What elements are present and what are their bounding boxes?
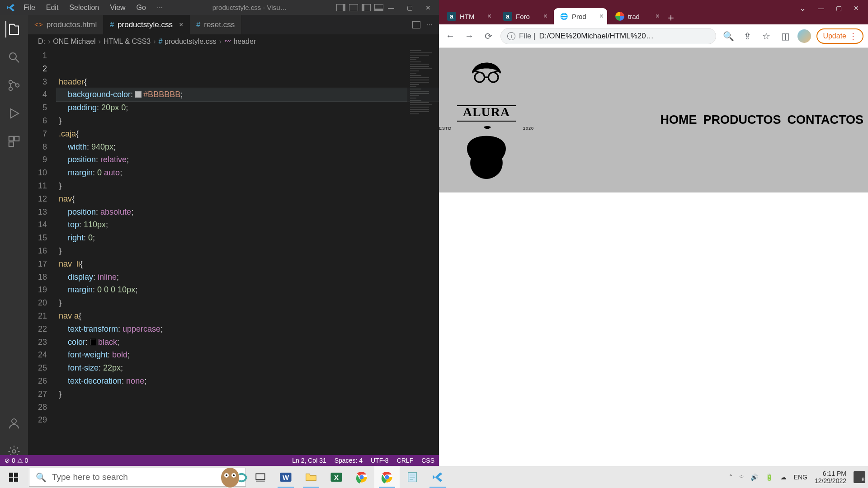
run-debug-icon[interactable] [6, 105, 22, 122]
vscode-icon[interactable] [425, 466, 450, 488]
extensions-icon[interactable] [6, 133, 22, 150]
start-button[interactable] [0, 466, 27, 488]
svg-point-7 [12, 419, 16, 423]
editor-tab[interactable]: <>productos.html [28, 15, 104, 34]
browser-tab[interactable]: aForo× [498, 8, 551, 24]
menu-item[interactable]: File [24, 4, 35, 12]
clock[interactable]: 6:11 PM 12/29/2022 [815, 470, 846, 484]
status-item[interactable]: Spaces: 4 [335, 457, 363, 464]
source-control-icon[interactable] [6, 77, 22, 94]
layout-icon[interactable] [362, 4, 371, 11]
minimap[interactable] [407, 48, 439, 466]
breadcrumb-item[interactable]: ONE Michael [53, 38, 95, 46]
minimize-icon[interactable]: — [388, 4, 394, 11]
svg-rect-6 [9, 142, 14, 146]
new-tab-button[interactable]: ＋ [663, 11, 679, 24]
share-icon[interactable]: ⇪ [741, 29, 754, 43]
code-content[interactable]: header{ background-color: #BBBBBB; paddi… [56, 48, 439, 466]
vscode-body: <>productos.html#productstyle.css×#reset… [0, 15, 439, 466]
split-editor-icon[interactable] [412, 21, 420, 28]
update-button[interactable]: Update⋮ [816, 28, 863, 44]
task-view-icon[interactable] [248, 466, 273, 488]
sidepanel-icon[interactable]: ◫ [778, 29, 792, 43]
back-button[interactable]: ← [443, 29, 457, 43]
browser-tab[interactable]: 🌐Prod× [554, 8, 607, 24]
nav-link[interactable]: CONTACTOS [788, 113, 864, 127]
search-placeholder: Type here to search [52, 472, 128, 482]
search-icon[interactable] [6, 49, 22, 66]
language-indicator[interactable]: ENG [794, 474, 807, 481]
bookmark-star-icon[interactable]: ☆ [760, 29, 773, 43]
close-tab-icon[interactable]: × [179, 21, 183, 29]
notepad-icon[interactable] [400, 466, 425, 488]
system-tray: ˄ ⌔ 🔊 🔋 ☁ ENG 6:11 PM 12/29/2022 8 [729, 470, 868, 484]
volume-icon[interactable]: 🔊 [750, 474, 758, 481]
chevron-down-icon[interactable]: ⌄ [799, 3, 806, 13]
vscode-titlebar: FileEditSelectionViewGo··· productstyle.… [0, 0, 439, 15]
layout-icon[interactable] [349, 4, 358, 11]
vscode-window: FileEditSelectionViewGo··· productstyle.… [0, 0, 439, 466]
status-item[interactable]: CSS [421, 457, 434, 464]
reload-button[interactable]: ⟳ [481, 29, 495, 43]
vscode-menu: FileEditSelectionViewGo··· [24, 4, 163, 12]
nav-link[interactable]: PRODUCTOS [703, 113, 781, 127]
maximize-icon[interactable]: ▢ [836, 5, 842, 12]
menu-item[interactable]: Edit [46, 4, 59, 12]
layout-icon[interactable] [374, 4, 383, 11]
explorer-icon[interactable] [5, 21, 22, 38]
svg-rect-12 [14, 473, 18, 477]
status-item[interactable]: UTF-8 [371, 457, 389, 464]
taskbar-search[interactable]: 🔍 Type here to search [29, 468, 246, 487]
page-nav: HOMEPRODUCTOSCONTACTOS [660, 113, 868, 127]
maximize-icon[interactable]: ▢ [407, 4, 413, 11]
menu-item[interactable]: View [110, 4, 125, 12]
svg-point-19 [233, 474, 235, 476]
site-info-icon[interactable]: i [507, 32, 515, 40]
code-editor[interactable]: 1234567891011121314151617181920212223242… [28, 48, 439, 466]
close-tab-icon[interactable]: × [543, 12, 547, 20]
chrome-icon[interactable] [374, 466, 400, 488]
wifi-icon[interactable]: ⌔ [740, 474, 743, 481]
word-icon[interactable]: W [273, 466, 298, 488]
nav-link[interactable]: HOME [660, 113, 697, 127]
more-actions-icon[interactable]: ··· [427, 21, 433, 29]
minimize-icon[interactable]: — [818, 5, 824, 12]
onedrive-icon[interactable]: ☁ [780, 474, 787, 481]
chrome-icon[interactable] [349, 466, 374, 488]
close-icon[interactable]: ✕ [425, 4, 431, 11]
menu-item[interactable]: ··· [157, 4, 163, 12]
browser-tab[interactable]: aHTM× [442, 8, 495, 24]
notifications-icon[interactable]: 8 [854, 471, 865, 483]
editor-layout-buttons[interactable] [336, 4, 383, 11]
vscode-window-controls: — ▢ ✕ [388, 4, 431, 11]
close-tab-icon[interactable]: × [656, 12, 660, 20]
profile-avatar[interactable] [797, 29, 811, 43]
close-tab-icon[interactable]: × [599, 12, 604, 20]
editor-tab[interactable]: #productstyle.css× [104, 15, 190, 34]
excel-icon[interactable]: X [324, 466, 349, 488]
tray-chevron-icon[interactable]: ˄ [729, 474, 732, 481]
breadcrumb[interactable]: D:›ONE Michael›HTML & CSS3›# productstyl… [28, 35, 439, 48]
address-bar[interactable]: i File | D:/ONE%20Michael/HTML%20… [500, 28, 716, 44]
close-tab-icon[interactable]: × [487, 12, 491, 20]
zoom-icon[interactable]: 🔍 [722, 29, 735, 43]
battery-icon[interactable]: 🔋 [765, 474, 773, 481]
breadcrumb-item[interactable]: ⬳ header [224, 38, 256, 46]
close-icon[interactable]: ✕ [854, 5, 859, 12]
forward-button[interactable]: → [462, 29, 476, 43]
windows-taskbar: 🔍 Type here to search W X ˄ ⌔ 🔊 🔋 ☁ ENG … [0, 466, 868, 488]
menu-item[interactable]: Go [137, 4, 146, 12]
browser-tab[interactable]: trad× [610, 8, 663, 24]
url-text: D:/ONE%20Michael/HTML%20… [539, 32, 654, 41]
account-icon[interactable] [6, 415, 22, 432]
breadcrumb-item[interactable]: D: [38, 38, 45, 46]
breadcrumb-item[interactable]: # productstyle.css [159, 38, 217, 46]
file-explorer-icon[interactable] [298, 466, 324, 488]
breadcrumb-item[interactable]: HTML & CSS3 [104, 38, 151, 46]
status-item[interactable]: Ln 2, Col 31 [292, 457, 326, 464]
editor-tabs: <>productos.html#productstyle.css×#reset… [28, 15, 439, 35]
editor-tab[interactable]: #reset.css [190, 15, 241, 34]
menu-item[interactable]: Selection [69, 4, 99, 12]
status-item[interactable]: CRLF [397, 457, 414, 464]
layout-icon[interactable] [336, 4, 345, 11]
